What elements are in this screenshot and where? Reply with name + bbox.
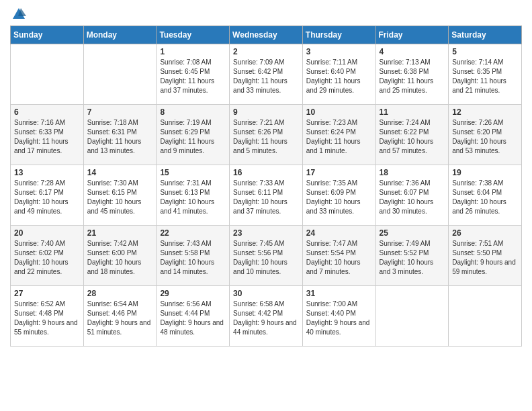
- calendar-cell: 24Sunrise: 7:47 AM Sunset: 5:54 PM Dayli…: [302, 226, 375, 286]
- day-info: Sunrise: 7:45 AM Sunset: 5:56 PM Dayligh…: [233, 239, 299, 277]
- calendar-table: SundayMondayTuesdayWednesdayThursdayFrid…: [10, 26, 522, 347]
- day-number: 10: [306, 107, 372, 117]
- day-number: 15: [160, 168, 226, 177]
- day-number: 9: [233, 107, 299, 117]
- day-number: 8: [160, 107, 226, 117]
- day-number: 7: [87, 107, 153, 117]
- calendar-cell: 29Sunrise: 6:56 AM Sunset: 4:44 PM Dayli…: [157, 286, 230, 347]
- day-number: 25: [380, 228, 445, 238]
- weekday-header-monday: Monday: [83, 26, 157, 44]
- calendar-cell: 16Sunrise: 7:33 AM Sunset: 6:11 PM Dayli…: [230, 165, 303, 226]
- calendar-cell: 6Sunrise: 7:16 AM Sunset: 6:33 PM Daylig…: [11, 105, 84, 165]
- day-number: 18: [380, 168, 445, 177]
- day-number: 30: [233, 289, 299, 298]
- calendar-cell: 9Sunrise: 7:21 AM Sunset: 6:26 PM Daylig…: [230, 105, 303, 165]
- calendar-cell: 4Sunrise: 7:13 AM Sunset: 6:38 PM Daylig…: [375, 44, 449, 105]
- calendar-cell: [375, 286, 449, 347]
- calendar-week-4: 20Sunrise: 7:40 AM Sunset: 6:02 PM Dayli…: [11, 226, 522, 286]
- day-number: 14: [87, 168, 153, 177]
- weekday-header-friday: Friday: [375, 26, 449, 44]
- day-info: Sunrise: 7:47 AM Sunset: 5:54 PM Dayligh…: [306, 239, 372, 277]
- calendar-cell: 20Sunrise: 7:40 AM Sunset: 6:02 PM Dayli…: [11, 226, 84, 286]
- day-info: Sunrise: 7:26 AM Sunset: 6:20 PM Dayligh…: [452, 118, 518, 156]
- day-number: 23: [233, 228, 299, 238]
- calendar-cell: 18Sunrise: 7:36 AM Sunset: 6:07 PM Dayli…: [375, 165, 449, 226]
- day-info: Sunrise: 6:56 AM Sunset: 4:44 PM Dayligh…: [160, 300, 226, 337]
- day-info: Sunrise: 7:38 AM Sunset: 6:04 PM Dayligh…: [452, 179, 518, 216]
- calendar-cell: [83, 44, 157, 105]
- calendar-cell: 5Sunrise: 7:14 AM Sunset: 6:35 PM Daylig…: [449, 44, 522, 105]
- day-info: Sunrise: 7:35 AM Sunset: 6:09 PM Dayligh…: [306, 179, 372, 216]
- day-number: 28: [87, 289, 153, 298]
- day-info: Sunrise: 7:21 AM Sunset: 6:26 PM Dayligh…: [233, 118, 299, 156]
- calendar-cell: 13Sunrise: 7:28 AM Sunset: 6:17 PM Dayli…: [11, 165, 84, 226]
- day-number: 24: [306, 228, 372, 238]
- day-number: 3: [306, 47, 372, 56]
- calendar-cell: 28Sunrise: 6:54 AM Sunset: 4:46 PM Dayli…: [83, 286, 157, 347]
- logo: [10, 7, 26, 21]
- day-info: Sunrise: 7:08 AM Sunset: 6:45 PM Dayligh…: [160, 58, 226, 95]
- calendar-cell: [11, 44, 84, 105]
- calendar-cell: 7Sunrise: 7:18 AM Sunset: 6:31 PM Daylig…: [83, 105, 157, 165]
- weekday-header-thursday: Thursday: [302, 26, 375, 44]
- calendar-week-5: 27Sunrise: 6:52 AM Sunset: 4:48 PM Dayli…: [11, 286, 522, 347]
- calendar-cell: 1Sunrise: 7:08 AM Sunset: 6:45 PM Daylig…: [157, 44, 230, 105]
- calendar-cell: 8Sunrise: 7:19 AM Sunset: 6:29 PM Daylig…: [157, 105, 230, 165]
- day-info: Sunrise: 7:49 AM Sunset: 5:52 PM Dayligh…: [380, 239, 445, 277]
- day-number: 2: [233, 47, 299, 56]
- day-info: Sunrise: 7:11 AM Sunset: 6:40 PM Dayligh…: [306, 58, 372, 95]
- day-info: Sunrise: 6:58 AM Sunset: 4:42 PM Dayligh…: [233, 300, 299, 337]
- day-info: Sunrise: 7:40 AM Sunset: 6:02 PM Dayligh…: [14, 239, 80, 277]
- day-number: 29: [160, 289, 226, 298]
- day-number: 31: [306, 289, 372, 298]
- calendar-week-3: 13Sunrise: 7:28 AM Sunset: 6:17 PM Dayli…: [11, 165, 522, 226]
- day-info: Sunrise: 7:43 AM Sunset: 5:58 PM Dayligh…: [160, 239, 226, 277]
- day-number: 27: [14, 289, 80, 298]
- calendar-cell: 25Sunrise: 7:49 AM Sunset: 5:52 PM Dayli…: [375, 226, 449, 286]
- calendar-cell: 21Sunrise: 7:42 AM Sunset: 6:00 PM Dayli…: [83, 226, 157, 286]
- calendar-cell: 11Sunrise: 7:24 AM Sunset: 6:22 PM Dayli…: [375, 105, 449, 165]
- day-number: 13: [14, 168, 80, 177]
- calendar-cell: 23Sunrise: 7:45 AM Sunset: 5:56 PM Dayli…: [230, 226, 303, 286]
- day-number: 20: [14, 228, 80, 238]
- calendar-cell: 12Sunrise: 7:26 AM Sunset: 6:20 PM Dayli…: [449, 105, 522, 165]
- weekday-header-row: SundayMondayTuesdayWednesdayThursdayFrid…: [11, 26, 522, 44]
- calendar-cell: 22Sunrise: 7:43 AM Sunset: 5:58 PM Dayli…: [157, 226, 230, 286]
- day-number: 17: [306, 168, 372, 177]
- day-info: Sunrise: 7:33 AM Sunset: 6:11 PM Dayligh…: [233, 179, 299, 216]
- day-info: Sunrise: 7:42 AM Sunset: 6:00 PM Dayligh…: [87, 239, 153, 277]
- calendar-cell: 3Sunrise: 7:11 AM Sunset: 6:40 PM Daylig…: [302, 44, 375, 105]
- day-number: 4: [380, 47, 445, 56]
- day-number: 22: [160, 228, 226, 238]
- weekday-header-tuesday: Tuesday: [157, 26, 230, 44]
- weekday-header-saturday: Saturday: [449, 26, 522, 44]
- day-info: Sunrise: 7:36 AM Sunset: 6:07 PM Dayligh…: [380, 179, 445, 216]
- calendar-week-2: 6Sunrise: 7:16 AM Sunset: 6:33 PM Daylig…: [11, 105, 522, 165]
- day-info: Sunrise: 7:19 AM Sunset: 6:29 PM Dayligh…: [160, 118, 226, 156]
- calendar-cell: 31Sunrise: 7:00 AM Sunset: 4:40 PM Dayli…: [302, 286, 375, 347]
- day-number: 16: [233, 168, 299, 177]
- day-number: 12: [452, 107, 518, 117]
- day-info: Sunrise: 7:18 AM Sunset: 6:31 PM Dayligh…: [87, 118, 153, 156]
- day-number: 6: [14, 107, 80, 117]
- day-info: Sunrise: 7:23 AM Sunset: 6:24 PM Dayligh…: [306, 118, 372, 156]
- day-number: 19: [452, 168, 518, 177]
- day-number: 1: [160, 47, 226, 56]
- day-number: 5: [452, 47, 518, 56]
- day-info: Sunrise: 7:51 AM Sunset: 5:50 PM Dayligh…: [452, 239, 518, 277]
- day-number: 21: [87, 228, 153, 238]
- day-info: Sunrise: 6:52 AM Sunset: 4:48 PM Dayligh…: [14, 300, 80, 337]
- day-info: Sunrise: 7:13 AM Sunset: 6:38 PM Dayligh…: [380, 58, 445, 95]
- calendar-cell: 10Sunrise: 7:23 AM Sunset: 6:24 PM Dayli…: [302, 105, 375, 165]
- calendar-cell: [449, 286, 522, 347]
- day-number: 11: [380, 107, 445, 117]
- calendar-week-1: 1Sunrise: 7:08 AM Sunset: 6:45 PM Daylig…: [11, 44, 522, 105]
- day-number: 26: [452, 228, 518, 238]
- weekday-header-wednesday: Wednesday: [230, 26, 303, 44]
- day-info: Sunrise: 7:28 AM Sunset: 6:17 PM Dayligh…: [14, 179, 80, 216]
- calendar-cell: 2Sunrise: 7:09 AM Sunset: 6:42 PM Daylig…: [230, 44, 303, 105]
- day-info: Sunrise: 6:54 AM Sunset: 4:46 PM Dayligh…: [87, 300, 153, 337]
- logo-icon: [11, 7, 26, 21]
- calendar-cell: 26Sunrise: 7:51 AM Sunset: 5:50 PM Dayli…: [449, 226, 522, 286]
- header: [10, 7, 522, 21]
